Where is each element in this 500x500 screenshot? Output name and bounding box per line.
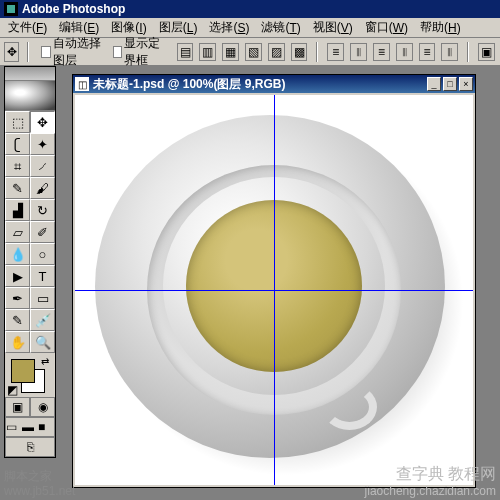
eraser-icon: ▱ (13, 226, 23, 239)
document-icon: ◫ (75, 77, 89, 91)
jump-to-button[interactable]: ⎘ (5, 437, 55, 457)
screen-full-menu-icon[interactable]: ▬ (22, 420, 38, 434)
palette-well-icon[interactable]: ▣ (478, 43, 495, 61)
standard-mode-button[interactable]: ▣ (5, 397, 30, 417)
menu-w[interactable]: 窗口(W) (359, 17, 414, 38)
type-icon: T (39, 270, 47, 283)
jump-section: ⎘ (5, 437, 55, 457)
hand-icon: ✋ (10, 336, 26, 349)
airbrush-tool[interactable]: ✎ (5, 177, 30, 199)
watermark-right: 查字典 教程网 jiaocheng.chazidian.com (365, 464, 496, 498)
pencil-icon: ✐ (37, 226, 48, 239)
crop-tool[interactable]: ⌗ (5, 155, 30, 177)
mode-section: ▣ ◉ (5, 397, 55, 417)
menu-t[interactable]: 滤镜(T) (255, 17, 306, 38)
menu-s[interactable]: 选择(S) (203, 17, 255, 38)
blur-icon: 💧 (10, 248, 26, 261)
shape-icon: ▭ (37, 292, 49, 305)
canvas[interactable] (75, 95, 473, 485)
checkbox-icon[interactable] (41, 46, 50, 58)
hand-tool[interactable]: ✋ (5, 331, 30, 353)
distribute-button[interactable]: ≡ (327, 43, 344, 61)
screen-mode-section: ▭ ▬ ■ (5, 417, 55, 437)
watermark-text: 查字典 教程网 (365, 464, 496, 483)
app-titlebar: Adobe Photoshop (0, 0, 500, 18)
wand-tool[interactable]: ✦ (30, 133, 55, 155)
marquee-tool[interactable]: ⬚ (5, 111, 30, 133)
watermark-text: www.jb51.net (4, 484, 75, 498)
swap-colors-icon[interactable]: ⇄ (41, 356, 49, 367)
maximize-button[interactable]: □ (443, 77, 457, 91)
history-brush-tool[interactable]: ↻ (30, 199, 55, 221)
eyedropper-tool[interactable]: 💉 (30, 309, 55, 331)
eraser-tool[interactable]: ▱ (5, 221, 30, 243)
airbrush-icon: ✎ (12, 182, 23, 195)
toolbox-logo-icon (5, 81, 55, 111)
menu-v[interactable]: 视图(V) (307, 17, 359, 38)
close-button[interactable]: × (459, 77, 473, 91)
show-bbox-label: 显示定界框 (124, 35, 167, 69)
distribute-button[interactable]: ≡ (373, 43, 390, 61)
window-buttons: _ □ × (427, 77, 473, 91)
minimize-button[interactable]: _ (427, 77, 441, 91)
dodge-tool[interactable]: ○ (30, 243, 55, 265)
screen-full-icon[interactable]: ■ (38, 420, 54, 434)
menu-h[interactable]: 帮助(H) (414, 17, 467, 38)
screen-mode-button[interactable]: ▭ ▬ ■ (5, 417, 55, 437)
distribute-button[interactable]: ⫴ (441, 43, 458, 61)
quickmask-mode-button[interactable]: ◉ (30, 397, 55, 417)
stamp-tool[interactable]: ▟ (5, 199, 30, 221)
checkbox-icon[interactable] (113, 46, 122, 58)
marquee-icon: ⬚ (12, 116, 24, 129)
align-button[interactable]: ▨ (268, 43, 285, 61)
path-select-tool[interactable]: ▶ (5, 265, 30, 287)
separator (467, 42, 469, 62)
distribute-button[interactable]: ⫴ (350, 43, 367, 61)
color-picker-section: ⇄ ◩ (5, 353, 55, 397)
screen-standard-icon[interactable]: ▭ (6, 420, 22, 434)
brush-icon: 🖌 (36, 182, 49, 195)
dodge-icon: ○ (39, 248, 47, 261)
current-tool-icon: ✥ (4, 42, 19, 62)
shape-tool[interactable]: ▭ (30, 287, 55, 309)
watermark-left: 脚本之家 www.jb51.net (4, 469, 75, 498)
align-button[interactable]: ▤ (177, 43, 194, 61)
zoom-icon: 🔍 (35, 336, 51, 349)
foreground-color-swatch[interactable] (11, 359, 35, 383)
lasso-tool[interactable]: ʗ (5, 133, 30, 155)
wand-icon: ✦ (37, 138, 48, 151)
workspace: ⬚✥ʗ✦⌗⟋✎🖌▟↻▱✐💧○▶T✒▭✎💉✋🔍 ⇄ ◩ ▣ ◉ ▭ ▬ ■ ⎘ ◫… (0, 66, 500, 500)
notes-tool[interactable]: ✎ (5, 309, 30, 331)
show-bounding-box-option[interactable]: 显示定界框 (113, 35, 168, 69)
app-logo-icon (4, 2, 18, 16)
move-tool[interactable]: ✥ (30, 111, 55, 133)
default-colors-icon[interactable]: ◩ (7, 383, 19, 395)
pen-tool[interactable]: ✒ (5, 287, 30, 309)
zoom-tool[interactable]: 🔍 (30, 331, 55, 353)
notes-icon: ✎ (12, 314, 23, 327)
watermark-text: 脚本之家 (4, 469, 75, 483)
path-select-icon: ▶ (13, 270, 23, 283)
document-titlebar[interactable]: ◫ 未标题-1.psd @ 100%(图层 9,RGB) _ □ × (73, 75, 475, 93)
distribute-button[interactable]: ⫴ (396, 43, 413, 61)
blur-tool[interactable]: 💧 (5, 243, 30, 265)
brush-tool[interactable]: 🖌 (30, 177, 55, 199)
type-tool[interactable]: T (30, 265, 55, 287)
pencil-tool[interactable]: ✐ (30, 221, 55, 243)
horizontal-guide[interactable] (75, 290, 473, 291)
toolbox: ⬚✥ʗ✦⌗⟋✎🖌▟↻▱✐💧○▶T✒▭✎💉✋🔍 ⇄ ◩ ▣ ◉ ▭ ▬ ■ ⎘ (4, 66, 56, 458)
distribute-button[interactable]: ≡ (419, 43, 436, 61)
options-bar: ✥ 自动选择图层 显示定界框 ▤ ▥ ▦ ▧ ▨ ▩ ≡ ⫴ ≡ ⫴ ≡ ⫴ ▣ (0, 38, 500, 66)
align-button[interactable]: ▥ (199, 43, 216, 61)
pen-icon: ✒ (12, 292, 23, 305)
align-button[interactable]: ▦ (222, 43, 239, 61)
separator (316, 42, 318, 62)
history-brush-icon: ↻ (37, 204, 48, 217)
slice-tool[interactable]: ⟋ (30, 155, 55, 177)
toolbox-header[interactable] (5, 67, 55, 81)
auto-select-label: 自动选择图层 (53, 35, 105, 69)
align-button[interactable]: ▧ (245, 43, 262, 61)
auto-select-layer-option[interactable]: 自动选择图层 (41, 35, 105, 69)
align-button[interactable]: ▩ (291, 43, 308, 61)
document-window: ◫ 未标题-1.psd @ 100%(图层 9,RGB) _ □ × (72, 74, 476, 488)
